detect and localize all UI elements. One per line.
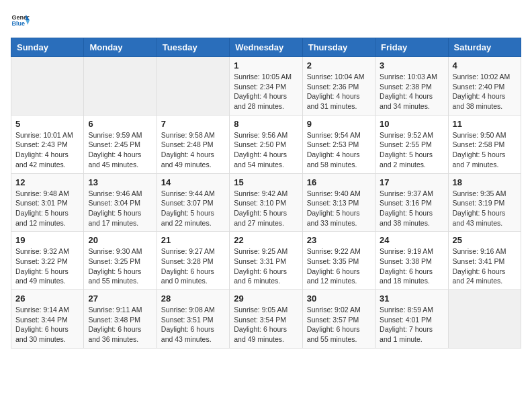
day-number: 13: [88, 177, 152, 187]
day-number: 1: [234, 60, 298, 71]
day-info: Sunrise: 8:59 AM Sunset: 4:01 PM Dayligh…: [380, 305, 443, 345]
calendar-week-1: 1Sunrise: 10:05 AM Sunset: 2:34 PM Dayli…: [11, 57, 521, 116]
day-number: 30: [307, 293, 371, 304]
page-header: General Blue: [11, 11, 521, 30]
day-info: Sunrise: 9:25 AM Sunset: 3:31 PM Dayligh…: [234, 246, 298, 286]
logo: General Blue: [11, 11, 32, 30]
calendar-cell: 9Sunrise: 9:54 AM Sunset: 2:53 PM Daylig…: [302, 115, 375, 173]
calendar-cell: 28Sunrise: 9:08 AM Sunset: 3:51 PM Dayli…: [157, 290, 229, 349]
calendar-cell: 13Sunrise: 9:46 AM Sunset: 3:04 PM Dayli…: [84, 173, 157, 232]
day-number: 4: [453, 60, 517, 71]
calendar-cell: 26Sunrise: 9:14 AM Sunset: 3:44 PM Dayli…: [11, 290, 84, 349]
day-info: Sunrise: 9:14 AM Sunset: 3:44 PM Dayligh…: [15, 305, 79, 345]
day-number: 23: [307, 235, 371, 245]
calendar-cell: 25Sunrise: 9:16 AM Sunset: 3:41 PM Dayli…: [448, 232, 521, 290]
day-info: Sunrise: 9:37 AM Sunset: 3:16 PM Dayligh…: [380, 189, 443, 228]
day-info: Sunrise: 9:19 AM Sunset: 3:38 PM Dayligh…: [380, 246, 443, 286]
day-info: Sunrise: 9:54 AM Sunset: 2:53 PM Dayligh…: [307, 130, 371, 170]
day-number: 10: [380, 119, 443, 129]
weekday-header-thursday: Thursday: [302, 38, 375, 57]
calendar-cell: 15Sunrise: 9:42 AM Sunset: 3:10 PM Dayli…: [230, 173, 302, 232]
day-number: 24: [380, 235, 443, 245]
day-number: 5: [15, 119, 79, 129]
calendar-cell: 17Sunrise: 9:37 AM Sunset: 3:16 PM Dayli…: [375, 173, 448, 232]
calendar-cell: 24Sunrise: 9:19 AM Sunset: 3:38 PM Dayli…: [375, 232, 448, 290]
day-info: Sunrise: 10:01 AM Sunset: 2:43 PM Daylig…: [15, 130, 79, 170]
calendar-cell: 20Sunrise: 9:30 AM Sunset: 3:25 PM Dayli…: [84, 232, 157, 290]
calendar-cell: 5Sunrise: 10:01 AM Sunset: 2:43 PM Dayli…: [11, 115, 84, 173]
calendar-cell: 11Sunrise: 9:50 AM Sunset: 2:58 PM Dayli…: [448, 115, 521, 173]
calendar-cell: [157, 57, 229, 116]
calendar-cell: 23Sunrise: 9:22 AM Sunset: 3:35 PM Dayli…: [302, 232, 375, 290]
day-number: 26: [15, 293, 79, 304]
day-info: Sunrise: 9:05 AM Sunset: 3:54 PM Dayligh…: [234, 305, 298, 345]
day-info: Sunrise: 9:16 AM Sunset: 3:41 PM Dayligh…: [453, 246, 517, 286]
day-info: Sunrise: 9:32 AM Sunset: 3:22 PM Dayligh…: [15, 246, 79, 286]
calendar-week-3: 12Sunrise: 9:48 AM Sunset: 3:01 PM Dayli…: [11, 173, 521, 232]
day-info: Sunrise: 9:11 AM Sunset: 3:48 PM Dayligh…: [88, 305, 152, 345]
svg-text:Blue: Blue: [11, 20, 25, 27]
calendar-cell: 21Sunrise: 9:27 AM Sunset: 3:28 PM Dayli…: [157, 232, 229, 290]
weekday-header-sunday: Sunday: [11, 38, 84, 57]
day-number: 2: [307, 60, 371, 71]
calendar-cell: 10Sunrise: 9:52 AM Sunset: 2:55 PM Dayli…: [375, 115, 448, 173]
day-info: Sunrise: 9:44 AM Sunset: 3:07 PM Dayligh…: [161, 189, 225, 228]
day-info: Sunrise: 10:03 AM Sunset: 2:38 PM Daylig…: [380, 72, 443, 111]
day-number: 18: [453, 177, 517, 187]
calendar-cell: 31Sunrise: 8:59 AM Sunset: 4:01 PM Dayli…: [375, 290, 448, 349]
day-number: 3: [380, 60, 443, 71]
logo-icon: General Blue: [11, 11, 30, 30]
calendar-cell: 2Sunrise: 10:04 AM Sunset: 2:36 PM Dayli…: [302, 57, 375, 116]
day-number: 21: [161, 235, 225, 245]
day-info: Sunrise: 9:42 AM Sunset: 3:10 PM Dayligh…: [234, 189, 298, 228]
day-info: Sunrise: 9:22 AM Sunset: 3:35 PM Dayligh…: [307, 246, 371, 286]
day-number: 8: [234, 119, 298, 129]
day-number: 31: [380, 293, 443, 304]
weekday-header-monday: Monday: [84, 38, 157, 57]
day-number: 25: [453, 235, 517, 245]
weekday-header-wednesday: Wednesday: [230, 38, 302, 57]
day-number: 20: [88, 235, 152, 245]
weekday-header-row: SundayMondayTuesdayWednesdayThursdayFrid…: [11, 38, 521, 57]
day-number: 28: [161, 293, 225, 304]
day-info: Sunrise: 9:35 AM Sunset: 3:19 PM Dayligh…: [453, 189, 517, 228]
weekday-header-friday: Friday: [375, 38, 448, 57]
weekday-header-tuesday: Tuesday: [157, 38, 229, 57]
calendar-cell: [11, 57, 84, 116]
day-info: Sunrise: 9:52 AM Sunset: 2:55 PM Dayligh…: [380, 130, 443, 170]
calendar-cell: 6Sunrise: 9:59 AM Sunset: 2:45 PM Daylig…: [84, 115, 157, 173]
day-number: 22: [234, 235, 298, 245]
day-number: 15: [234, 177, 298, 187]
day-number: 17: [380, 177, 443, 187]
day-number: 9: [307, 119, 371, 129]
day-info: Sunrise: 9:27 AM Sunset: 3:28 PM Dayligh…: [161, 246, 225, 286]
day-info: Sunrise: 9:56 AM Sunset: 2:50 PM Dayligh…: [234, 130, 298, 170]
day-info: Sunrise: 9:59 AM Sunset: 2:45 PM Dayligh…: [88, 130, 152, 170]
day-info: Sunrise: 9:02 AM Sunset: 3:57 PM Dayligh…: [307, 305, 371, 345]
calendar-cell: 7Sunrise: 9:58 AM Sunset: 2:48 PM Daylig…: [157, 115, 229, 173]
calendar-cell: 3Sunrise: 10:03 AM Sunset: 2:38 PM Dayli…: [375, 57, 448, 116]
calendar-cell: 8Sunrise: 9:56 AM Sunset: 2:50 PM Daylig…: [230, 115, 302, 173]
calendar-cell: 30Sunrise: 9:02 AM Sunset: 3:57 PM Dayli…: [302, 290, 375, 349]
calendar-cell: 4Sunrise: 10:02 AM Sunset: 2:40 PM Dayli…: [448, 57, 521, 116]
calendar-cell: 19Sunrise: 9:32 AM Sunset: 3:22 PM Dayli…: [11, 232, 84, 290]
day-number: 11: [453, 119, 517, 129]
day-info: Sunrise: 9:58 AM Sunset: 2:48 PM Dayligh…: [161, 130, 225, 170]
calendar-cell: 1Sunrise: 10:05 AM Sunset: 2:34 PM Dayli…: [230, 57, 302, 116]
calendar-cell: 14Sunrise: 9:44 AM Sunset: 3:07 PM Dayli…: [157, 173, 229, 232]
calendar-cell: [448, 290, 521, 349]
day-info: Sunrise: 10:02 AM Sunset: 2:40 PM Daylig…: [453, 72, 517, 111]
weekday-header-saturday: Saturday: [448, 38, 521, 57]
day-number: 29: [234, 293, 298, 304]
day-info: Sunrise: 9:50 AM Sunset: 2:58 PM Dayligh…: [453, 130, 517, 170]
day-number: 27: [88, 293, 152, 304]
day-info: Sunrise: 9:30 AM Sunset: 3:25 PM Dayligh…: [88, 246, 152, 286]
day-info: Sunrise: 10:04 AM Sunset: 2:36 PM Daylig…: [307, 72, 371, 111]
calendar-cell: [84, 57, 157, 116]
calendar-week-5: 26Sunrise: 9:14 AM Sunset: 3:44 PM Dayli…: [11, 290, 521, 349]
day-info: Sunrise: 10:05 AM Sunset: 2:34 PM Daylig…: [234, 72, 298, 111]
day-number: 12: [15, 177, 79, 187]
calendar-week-4: 19Sunrise: 9:32 AM Sunset: 3:22 PM Dayli…: [11, 232, 521, 290]
calendar-cell: 18Sunrise: 9:35 AM Sunset: 3:19 PM Dayli…: [448, 173, 521, 232]
day-number: 16: [307, 177, 371, 187]
